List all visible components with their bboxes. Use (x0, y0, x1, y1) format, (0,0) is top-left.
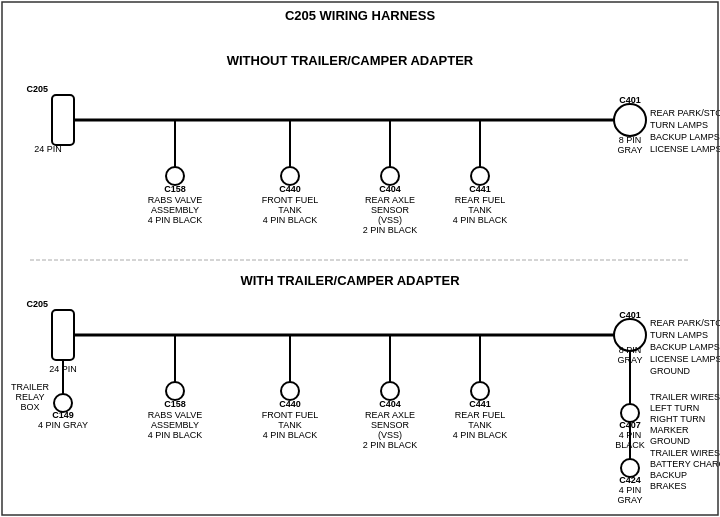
svg-text:LICENSE LAMPS: LICENSE LAMPS (650, 354, 720, 364)
svg-text:C401: C401 (619, 310, 641, 320)
svg-text:C441: C441 (469, 184, 491, 194)
svg-text:GRAY: GRAY (618, 145, 643, 155)
svg-text:C205: C205 (26, 299, 48, 309)
svg-text:TRAILER WIRES: TRAILER WIRES (650, 448, 720, 458)
svg-point-4 (614, 104, 646, 136)
svg-text:C440: C440 (279, 399, 301, 409)
svg-text:BACKUP LAMPS: BACKUP LAMPS (650, 342, 720, 352)
svg-text:C404: C404 (379, 399, 401, 409)
svg-text:BLACK: BLACK (615, 440, 645, 450)
svg-text:LICENSE LAMPS: LICENSE LAMPS (650, 144, 720, 154)
svg-text:TANK: TANK (468, 205, 491, 215)
svg-text:C401: C401 (619, 95, 641, 105)
svg-text:4 PIN BLACK: 4 PIN BLACK (263, 430, 318, 440)
svg-point-13 (166, 167, 184, 185)
svg-text:RIGHT TURN: RIGHT TURN (650, 414, 705, 424)
svg-text:4 PIN: 4 PIN (619, 430, 642, 440)
svg-rect-1 (52, 95, 74, 145)
svg-text:4 PIN BLACK: 4 PIN BLACK (453, 215, 508, 225)
svg-point-25 (381, 167, 399, 185)
svg-point-96 (471, 382, 489, 400)
svg-text:REAR FUEL: REAR FUEL (455, 195, 506, 205)
svg-text:TURN LAMPS: TURN LAMPS (650, 120, 708, 130)
svg-text:4 PIN BLACK: 4 PIN BLACK (453, 430, 508, 440)
svg-text:ASSEMBLY: ASSEMBLY (151, 205, 199, 215)
wiring-diagram: C205 WIRING HARNESS WITHOUT TRAILER/CAMP… (0, 0, 720, 517)
svg-text:BACKUP: BACKUP (650, 470, 687, 480)
svg-text:C158: C158 (164, 399, 186, 409)
svg-text:REAR FUEL: REAR FUEL (455, 410, 506, 420)
svg-text:BATTERY CHARGE: BATTERY CHARGE (650, 459, 720, 469)
svg-text:GROUND: GROUND (650, 436, 690, 446)
svg-text:RABS VALVE: RABS VALVE (148, 410, 203, 420)
svg-text:RABS VALVE: RABS VALVE (148, 195, 203, 205)
top-section-label: WITHOUT TRAILER/CAMPER ADAPTER (227, 53, 474, 68)
svg-text:RELAY: RELAY (16, 392, 45, 402)
svg-text:TURN LAMPS: TURN LAMPS (650, 330, 708, 340)
svg-text:MARKER: MARKER (650, 425, 689, 435)
svg-text:GRAY: GRAY (618, 495, 643, 505)
svg-text:BACKUP LAMPS: BACKUP LAMPS (650, 132, 720, 142)
svg-text:C149: C149 (52, 410, 74, 420)
svg-text:C158: C158 (164, 184, 186, 194)
svg-text:REAR AXLE: REAR AXLE (365, 195, 415, 205)
svg-text:BOX: BOX (20, 402, 39, 412)
svg-text:LEFT TURN: LEFT TURN (650, 403, 699, 413)
svg-point-89 (381, 382, 399, 400)
svg-text:4 PIN: 4 PIN (619, 485, 642, 495)
svg-text:TRAILER: TRAILER (11, 382, 50, 392)
svg-text:C424: C424 (619, 475, 641, 485)
svg-text:8 PIN: 8 PIN (619, 135, 642, 145)
svg-text:4 PIN BLACK: 4 PIN BLACK (148, 430, 203, 440)
svg-text:TANK: TANK (278, 205, 301, 215)
svg-text:(VSS): (VSS) (378, 430, 402, 440)
svg-text:2 PIN BLACK: 2 PIN BLACK (363, 225, 418, 235)
svg-text:REAR PARK/STOP: REAR PARK/STOP (650, 318, 720, 328)
svg-text:REAR PARK/STOP: REAR PARK/STOP (650, 108, 720, 118)
svg-text:4 PIN BLACK: 4 PIN BLACK (148, 215, 203, 225)
svg-point-77 (166, 382, 184, 400)
svg-text:C441: C441 (469, 399, 491, 409)
svg-text:TANK: TANK (468, 420, 491, 430)
svg-point-83 (281, 382, 299, 400)
svg-text:REAR AXLE: REAR AXLE (365, 410, 415, 420)
svg-text:GROUND: GROUND (650, 366, 690, 376)
svg-text:4 PIN BLACK: 4 PIN BLACK (263, 215, 318, 225)
svg-rect-39 (52, 310, 74, 360)
svg-text:TANK: TANK (278, 420, 301, 430)
bottom-section-label: WITH TRAILER/CAMPER ADAPTER (240, 273, 460, 288)
svg-text:SENSOR: SENSOR (371, 205, 410, 215)
svg-point-19 (281, 167, 299, 185)
svg-text:BRAKES: BRAKES (650, 481, 687, 491)
svg-text:C440: C440 (279, 184, 301, 194)
svg-text:C404: C404 (379, 184, 401, 194)
svg-text:2 PIN BLACK: 2 PIN BLACK (363, 440, 418, 450)
svg-rect-101 (2, 2, 718, 515)
svg-text:SENSOR: SENSOR (371, 420, 410, 430)
svg-text:ASSEMBLY: ASSEMBLY (151, 420, 199, 430)
svg-text:C205: C205 (26, 84, 48, 94)
svg-text:FRONT FUEL: FRONT FUEL (262, 195, 318, 205)
svg-text:TRAILER WIRES: TRAILER WIRES (650, 392, 720, 402)
svg-text:FRONT FUEL: FRONT FUEL (262, 410, 318, 420)
svg-text:24 PIN: 24 PIN (34, 144, 62, 154)
svg-point-32 (471, 167, 489, 185)
svg-text:(VSS): (VSS) (378, 215, 402, 225)
title: C205 WIRING HARNESS (285, 8, 436, 23)
svg-text:4 PIN GRAY: 4 PIN GRAY (38, 420, 88, 430)
svg-text:C407: C407 (619, 420, 641, 430)
diagram-svg: C205 WIRING HARNESS WITHOUT TRAILER/CAMP… (0, 0, 720, 517)
